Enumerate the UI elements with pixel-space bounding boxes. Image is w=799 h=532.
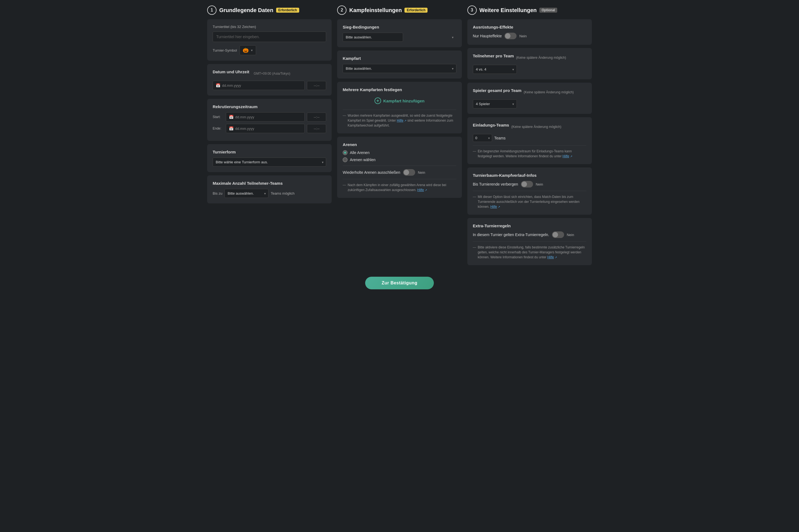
date-placeholder: dd.mm.yyyy — [222, 83, 241, 88]
max-teams-label: Maximale Anzahl Teilnehmer-Teams — [213, 181, 326, 186]
add-battle-text: Kampfart hinzufügen — [383, 98, 424, 103]
teams-input-row: 0 1 2 3 4 Teams — [473, 134, 586, 142]
extra-rules-toggle[interactable] — [552, 231, 564, 238]
exclude-arenas-toggle[interactable] — [403, 169, 415, 176]
symbol-chevron-icon: ▼ — [250, 49, 253, 52]
invite-teams-label: Einladungs-Teams — [473, 123, 509, 127]
add-battle-button[interactable]: + Kampfart hinzufügen — [343, 95, 456, 106]
start-label: Start: — [213, 115, 224, 119]
end-date-input[interactable]: 📅 dd.mm.yyyy — [226, 124, 305, 133]
section-3-badge: Optional — [539, 8, 557, 13]
tournament-tree-external-icon: ↗ — [498, 205, 500, 208]
tournament-form-card: Turnierform Bitte wähle eine Turnierform… — [207, 144, 332, 172]
tournament-tree-info: — Mit dieser Option lässt sich einrichte… — [473, 194, 586, 209]
column-3: 3 Weitere Einstellungen Optional Ausrüst… — [467, 5, 592, 268]
choose-arenas-radio[interactable] — [343, 157, 348, 162]
teams-suffix-label: Teams — [494, 136, 506, 140]
tournament-form-select-wrapper: Bitte wähle eine Turnierform aus. — [213, 157, 326, 167]
battle-type-card: Kampfart Bitte auswählen. — [337, 51, 461, 78]
battle-type-select-wrapper: Bitte auswählen. — [343, 64, 456, 73]
hide-until-end-label: Bis Turnierende verbergen — [473, 182, 518, 186]
tournament-title-input[interactable] — [213, 32, 326, 42]
step-2-circle: 2 — [337, 5, 346, 15]
total-players-card: Spieler gesamt pro Team (Keine spätere Ä… — [467, 83, 592, 114]
equipment-toggle[interactable] — [505, 33, 516, 39]
equipment-toggle-label: Nein — [519, 34, 527, 38]
invite-teams-note: (Keine spätere Änderung möglich) — [511, 125, 561, 129]
section-1-title: Grundlegende Daten — [219, 7, 273, 14]
confirm-button[interactable]: Zur Bestätigung — [365, 277, 434, 289]
start-time-input[interactable]: --:-- — [307, 113, 326, 121]
section-3-title: Weitere Einstellungen — [479, 7, 537, 14]
date-input[interactable]: 📅 dd.mm.yyyy — [213, 81, 305, 90]
symbol-select[interactable]: 🎃 ▼ — [240, 45, 256, 55]
extra-rules-rule-label: In diesem Turnier gelten Extra-Turnierre… — [473, 232, 549, 237]
max-teams-select-wrapper: Bitte auswählen. — [224, 189, 269, 198]
extra-rules-label: Extra-Turnierregeln — [473, 224, 586, 228]
tournament-tree-toggle-knob — [522, 182, 527, 187]
teams-number-select-wrapper: 0 1 2 3 4 — [473, 134, 492, 142]
confirm-bar: Zur Bestätigung — [5, 271, 794, 295]
battle-type-label: Kampfart — [343, 56, 456, 61]
end-time-input[interactable]: --:-- — [307, 124, 326, 133]
arenas-help-link[interactable]: Hilfe — [417, 188, 424, 192]
multi-battle-help-link[interactable]: Hilfe — [397, 119, 403, 122]
participants-label: Teilnehmer pro Team — [473, 54, 514, 58]
extra-rules-info: — Bitte aktiviere diese Einstellung, fal… — [473, 245, 586, 260]
max-teams-card: Maximale Anzahl Teilnehmer-Teams Bis zu … — [207, 175, 332, 204]
end-calendar-icon: 📅 — [229, 126, 234, 131]
all-arenas-label: Alle Arenen — [350, 150, 369, 155]
step-1-circle: 1 — [207, 5, 217, 15]
section-2-badge: Erforderlich — [404, 8, 428, 13]
equipment-toggle-knob — [505, 33, 510, 39]
teams-number-select[interactable]: 0 1 2 3 4 — [473, 134, 492, 142]
participants-note: (Keine spätere Änderung möglich) — [516, 56, 566, 60]
max-teams-prefix: Bis zu — [213, 191, 222, 195]
symbol-emoji: 🎃 — [242, 47, 249, 53]
step-3-circle: 3 — [467, 5, 477, 15]
equipment-card: Ausrüstungs-Effekte Nur Haupteffekte Nei… — [467, 19, 592, 45]
section-2-title: Kampfeinstellungen — [349, 7, 402, 14]
title-card: Turniertitel (bis 32 Zeichen) Turnier-Sy… — [207, 19, 332, 61]
tournament-tree-label: Turnierbaum-Kampfverlauf-Infos — [473, 173, 586, 177]
invite-teams-external-icon: ↗ — [570, 155, 572, 158]
tournament-tree-card: Turnierbaum-Kampfverlauf-Infos Bis Turni… — [467, 168, 592, 215]
recruitment-label: Rekrutierungszeitraum — [213, 104, 326, 109]
time-input[interactable]: --:-- — [307, 81, 326, 90]
start-date-input[interactable]: 📅 dd.mm.yyyy — [226, 112, 305, 121]
participants-select[interactable]: 4 vs. 4 1 vs. 1 2 vs. 2 3 vs. 3 5 vs. 5 — [473, 65, 517, 74]
victory-select-wrapper: Bitte auswählen. — [343, 33, 456, 42]
multi-battle-label: Mehrere Kampfarten festlegen — [343, 87, 456, 92]
multi-battle-info: — Wurden mehrere Kampfarten ausgewählt, … — [343, 113, 456, 128]
external-link-icon: ↗ — [404, 119, 406, 122]
end-label: Ende: — [213, 127, 224, 130]
participants-select-wrapper: 4 vs. 4 1 vs. 1 2 vs. 2 3 vs. 3 5 vs. 5 — [473, 65, 517, 74]
choose-arenas-row: Arenen wählen — [343, 157, 456, 162]
total-players-select[interactable]: 4 Spieler 1 Spieler 2 Spieler 3 Spieler … — [473, 99, 517, 109]
tournament-form-select[interactable]: Bitte wähle eine Turnierform aus. — [213, 157, 326, 167]
tournament-form-label: Turnierform — [213, 150, 326, 154]
extra-rules-card: Extra-Turnierregeln In diesem Turnier ge… — [467, 218, 592, 265]
invite-teams-help-link[interactable]: Hilfe — [562, 154, 569, 158]
max-teams-select[interactable]: Bitte auswählen. — [224, 189, 269, 198]
time-placeholder: --:-- — [314, 83, 320, 88]
arenas-external-icon: ↗ — [425, 189, 427, 192]
arenas-label: Arenen — [343, 142, 456, 147]
arenas-card: Arenen Alle Arenen Arenen wählen Wiederh… — [337, 137, 461, 198]
arenas-info-text: Nach dem Kämpfen in einer zufällig gewäh… — [348, 183, 446, 192]
battle-type-select[interactable]: Bitte auswählen. — [343, 64, 456, 73]
invite-teams-info: — Ein begrenzter Anmeldungszeitraum für … — [473, 149, 586, 159]
main-only-label: Nur Haupteffekte — [473, 34, 502, 38]
participants-card: Teilnehmer pro Team (Keine spätere Änder… — [467, 48, 592, 79]
tournament-tree-toggle[interactable] — [521, 181, 533, 188]
all-arenas-radio[interactable] — [343, 150, 348, 155]
extra-rules-external-icon: ↗ — [555, 256, 557, 259]
calendar-icon: 📅 — [216, 83, 220, 88]
multi-battle-card: Mehrere Kampfarten festlegen + Kampfart … — [337, 82, 461, 133]
extra-rules-help-link[interactable]: Hilfe — [547, 255, 554, 259]
invite-teams-card: Einladungs-Teams (Keine spätere Änderung… — [467, 117, 592, 164]
victory-select[interactable]: Bitte auswählen. — [343, 33, 403, 42]
tournament-tree-help-link[interactable]: Hilfe — [490, 205, 497, 209]
all-arenas-row: Alle Arenen — [343, 150, 456, 155]
tournament-tree-toggle-label: Nein — [536, 182, 543, 186]
